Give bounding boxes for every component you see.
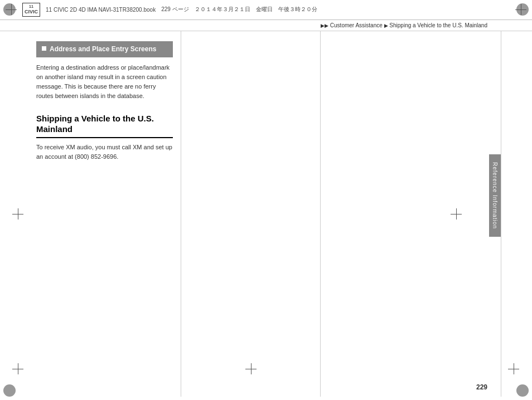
section1-heading-box: Address and Place Entry Screens bbox=[36, 41, 173, 57]
side-tab: Reference Information bbox=[489, 154, 501, 237]
right-content: Reference Information bbox=[321, 31, 501, 397]
breadcrumb-arrow2: ▶ bbox=[384, 23, 388, 28]
section1-body: Entering a destination address or place/… bbox=[36, 63, 173, 101]
civic-logo-line1: 11 bbox=[25, 4, 38, 9]
page-wrapper: 11 CIVIC 11 CIVIC 2D 4D IMA NAVI-31TR382… bbox=[0, 0, 532, 400]
breadcrumb: ▶▶ Customer Assistance ▶ Shipping a Vehi… bbox=[0, 20, 532, 31]
left-column: Address and Place Entry Screens Entering… bbox=[31, 31, 181, 397]
circle-bottom-right bbox=[516, 384, 529, 397]
crosshair-mid-left bbox=[12, 208, 23, 219]
right-margin bbox=[501, 31, 532, 397]
breadcrumb-part1: Customer Assistance bbox=[330, 22, 383, 28]
crosshair-bar-left bbox=[6, 4, 17, 15]
section2-body: To receive XM audio, you must call XM an… bbox=[36, 143, 173, 162]
civic-logo-text: CIVIC bbox=[25, 9, 38, 16]
circle-bottom-left bbox=[3, 384, 16, 397]
civic-logo: 11 CIVIC bbox=[22, 3, 40, 17]
file-day: 金曜日 bbox=[256, 6, 273, 13]
crosshair-bottom-left bbox=[12, 363, 23, 374]
section1-heading: Address and Place Entry Screens bbox=[50, 45, 156, 54]
page-number: 229 bbox=[476, 383, 487, 391]
crosshair-mid-right bbox=[451, 208, 462, 219]
section2-title: Shipping a Vehicle to the U.S. Mainland bbox=[36, 113, 173, 135]
top-bar: 11 CIVIC 11 CIVIC 2D 4D IMA NAVI-31TR382… bbox=[0, 0, 532, 20]
crosshair-bar-right bbox=[515, 4, 526, 15]
center-column bbox=[181, 31, 321, 397]
breadcrumb-arrow1: ▶▶ bbox=[321, 23, 328, 28]
breadcrumb-part2: Shipping a Vehicle to the U.S. Mainland bbox=[389, 22, 487, 28]
file-page: 229 ページ bbox=[161, 6, 188, 13]
section1-square-icon bbox=[42, 46, 46, 51]
file-time: 午後３時２０分 bbox=[278, 6, 317, 13]
crosshair-bottom-center bbox=[245, 363, 257, 374]
file-info: 11 CIVIC 2D 4D IMA NAVI-31TR38200.book bbox=[46, 7, 156, 13]
main-area: Address and Place Entry Screens Entering… bbox=[0, 31, 532, 397]
left-margin bbox=[0, 31, 31, 397]
crosshair-bottom-right bbox=[508, 363, 519, 374]
file-date: ２０１４年３月２１日 bbox=[195, 6, 250, 13]
section2-title-wrapper: Shipping a Vehicle to the U.S. Mainland bbox=[36, 113, 173, 138]
